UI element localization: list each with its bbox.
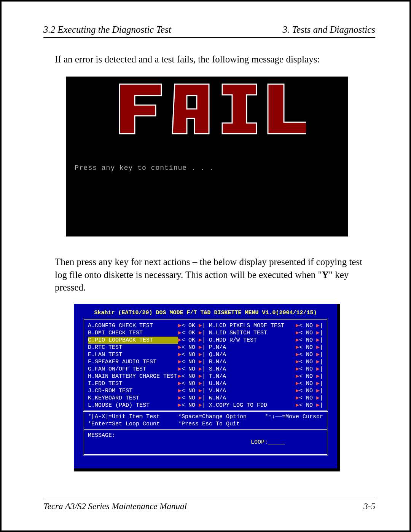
dos-menu-screenshot: Skahir (EAT10/20) DOS MODE F/T T&D DISKE… bbox=[74, 304, 340, 471]
test-column-left: A.CONFIG CHECK TEST▶< OK ▶|B.DMI CHECK T… bbox=[88, 322, 206, 409]
paragraph-1: If an error is detected and a test fails… bbox=[55, 53, 367, 66]
test-row[interactable]: T.N/A▶< NO ▶| bbox=[206, 373, 323, 380]
header-left: 3.2 Executing the Diagnostic Test bbox=[43, 24, 171, 35]
test-row[interactable]: J.CD-ROM TEST▶< NO ▶| bbox=[88, 387, 206, 395]
test-row[interactable]: I.FDD TEST▶< NO ▶| bbox=[88, 380, 206, 387]
help-box: *[A-X]=Unit Item Test*Enter=Set Loop Cou… bbox=[83, 412, 328, 430]
paragraph-2: Then press any key for next actions – th… bbox=[55, 256, 367, 294]
test-row[interactable]: K.KEYBOARD TEST▶< NO ▶| bbox=[88, 395, 206, 402]
test-row[interactable]: D.RTC TEST▶< NO ▶| bbox=[88, 344, 206, 351]
message-box: MESSAGE: LOOP:_____ bbox=[83, 430, 328, 455]
help-col3: *↑↓→←=Move Cursor bbox=[265, 413, 323, 428]
test-list-box: A.CONFIG CHECK TEST▶< OK ▶|B.DMI CHECK T… bbox=[83, 319, 328, 412]
test-column-right: M.LCD PIXELS MODE TEST▶< NO ▶| N.LID SWI… bbox=[206, 322, 323, 409]
page-footer: Tecra A3/S2 Series Maintenance Manual 3-… bbox=[43, 499, 375, 511]
test-row[interactable]: L.MOUSE (PAD) TEST▶< NO ▶| bbox=[88, 402, 206, 409]
page-header: 3.2 Executing the Diagnostic Test 3. Tes… bbox=[43, 24, 375, 38]
test-row[interactable]: W.N/A▶< NO ▶| bbox=[206, 395, 323, 402]
footer-right: 3-5 bbox=[363, 502, 375, 511]
loop-label: LOOP:_____ bbox=[251, 439, 285, 446]
footer-left: Tecra A3/S2 Series Maintenance Manual bbox=[43, 502, 187, 511]
test-row[interactable]: R.N/A▶< NO ▶| bbox=[206, 358, 323, 366]
test-row[interactable]: G.FAN ON/OFF TEST▶< NO ▶| bbox=[88, 366, 206, 373]
test-row[interactable]: A.CONFIG CHECK TEST▶< OK ▶| bbox=[88, 322, 206, 329]
test-row[interactable]: M.LCD PIXELS MODE TEST▶< NO ▶| bbox=[206, 322, 323, 329]
test-row[interactable]: Q.N/A▶< NO ▶| bbox=[206, 351, 323, 358]
test-row[interactable]: H.MAIN BATTERY CHARGE TEST▶< NO ▶| bbox=[88, 373, 206, 380]
page: 3.2 Executing the Diagnostic Test 3. Tes… bbox=[0, 0, 411, 532]
test-row[interactable]: X.COPY LOG TO FDD▶< NO ▶| bbox=[206, 402, 323, 409]
fail-ascii-art: .g{fill:#8b0000;stroke:#fff;stroke-width… bbox=[108, 77, 306, 141]
fail-screenshot: .g{fill:#8b0000;stroke:#fff;stroke-width… bbox=[66, 77, 348, 236]
test-row[interactable]: E.LAN TEST▶< NO ▶| bbox=[88, 351, 206, 358]
test-row[interactable]: V.N/A▶< NO ▶| bbox=[206, 387, 323, 395]
test-row[interactable]: U.N/A▶< NO ▶| bbox=[206, 380, 323, 387]
test-row[interactable]: S.N/A▶< NO ▶| bbox=[206, 366, 323, 373]
test-row[interactable]: C.PIO LOOPBACK TEST▶< OK ▶| bbox=[88, 337, 206, 344]
help-col2: *Space=Change Option*Press Esc To Quit bbox=[178, 413, 247, 428]
message-label: MESSAGE: bbox=[88, 432, 115, 439]
test-row[interactable]: N.LID SWITCH TEST▶< NO ▶| bbox=[206, 329, 323, 337]
test-row[interactable]: B.DMI CHECK TEST▶< OK ▶| bbox=[88, 329, 206, 337]
menu-title: Skahir (EAT10/20) DOS MODE F/T T&D DISKE… bbox=[83, 309, 328, 316]
press-any-key-text: Press any key to continue . . . bbox=[75, 164, 214, 172]
header-right: 3. Tests and Diagnostics bbox=[282, 24, 375, 35]
test-row[interactable]: P.N/A▶< NO ▶| bbox=[206, 344, 323, 351]
test-row[interactable]: O.HDD R/W TEST▶< NO ▶| bbox=[206, 337, 323, 344]
help-col1: *[A-X]=Unit Item Test*Enter=Set Loop Cou… bbox=[88, 413, 160, 428]
test-row[interactable]: F.SPEAKER AUDIO TEST▶< NO ▶| bbox=[88, 358, 206, 366]
